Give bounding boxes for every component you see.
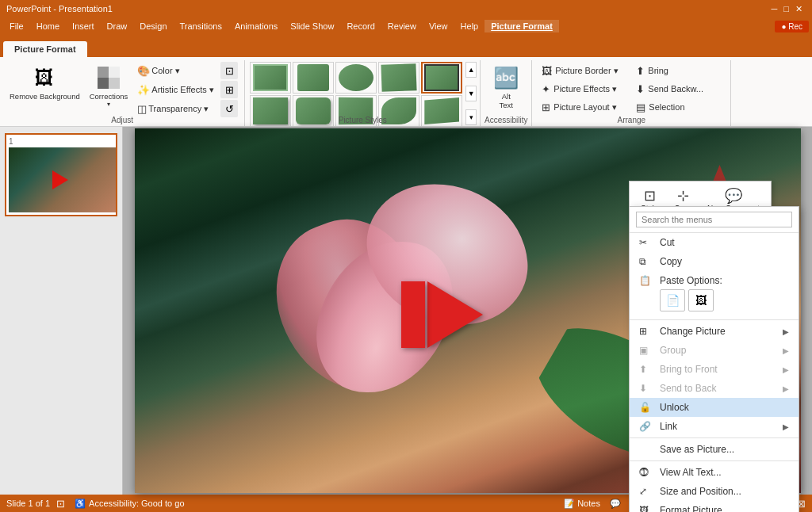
alt-text-button[interactable]: 🔤 AltText <box>487 60 525 113</box>
format-icon: 🖼 <box>639 505 653 512</box>
bring-arrow: ▶ <box>783 365 789 374</box>
menu-transitions[interactable]: Transitions <box>174 20 228 32</box>
artistic-effects-button[interactable]: ✨ Artistic Effects ▾ <box>134 81 217 98</box>
alt-text-icon: ⓵ <box>639 467 653 478</box>
ribbon-group-accessibility: 🔤 AltText Accessibility <box>481 60 532 126</box>
paste-options-row: 📄 🖼 <box>630 288 799 318</box>
picture-border-button[interactable]: 🖼 Picture Border ▾ <box>538 62 630 79</box>
ctx-bring-to-front[interactable]: ⬆ Bring to Front ▶ <box>630 360 799 379</box>
gallery-scroll-down[interactable]: ▼ <box>465 86 477 101</box>
size-icon: ⤢ <box>639 486 653 497</box>
picture-style-2[interactable] <box>293 62 334 94</box>
paste-option-2[interactable]: 🖼 <box>688 289 714 311</box>
ctx-format-picture[interactable]: 🖼 Format Picture... <box>630 501 799 512</box>
slides-panel: 1 <box>0 127 123 495</box>
svg-rect-0 <box>98 67 109 78</box>
remove-background-button[interactable]: 🖼 Remove Background <box>6 60 83 104</box>
svg-rect-2 <box>98 78 109 89</box>
ctx-link[interactable]: 🔗 Link ▶ <box>630 417 799 436</box>
ctx-separator-2 <box>630 437 799 438</box>
picture-layout-button[interactable]: ⊞ Picture Layout ▾ <box>538 98 630 116</box>
menu-home[interactable]: Home <box>30 20 66 32</box>
ctx-group[interactable]: ▣ Group ▶ <box>630 341 799 360</box>
ctx-cut[interactable]: ✂ Cut <box>630 233 799 252</box>
menu-slideshow[interactable]: Slide Show <box>284 20 340 32</box>
send-backward-button[interactable]: ⬇ Send Backw... <box>633 80 724 97</box>
cut-icon: ✂ <box>639 237 653 248</box>
slide-thumbnail-1[interactable]: 1 <box>5 133 117 216</box>
transparency-button[interactable]: ◫ Transparency ▾ <box>134 100 217 117</box>
outline-view-icon[interactable]: ⊡ <box>56 498 65 510</box>
comments-button[interactable]: 💬 <box>610 499 621 509</box>
color-button[interactable]: 🎨 Color ▾ <box>134 62 217 79</box>
bring-forward-button[interactable]: ⬆ Bring <box>633 62 724 79</box>
title-bar: PowerPoint - Presentation1 ─ □ ✕ <box>0 0 812 17</box>
window-close[interactable]: ✕ <box>795 4 802 14</box>
comments-icon: 💬 <box>610 499 621 509</box>
ctx-unlock[interactable]: 🔓 Unlock <box>630 398 799 417</box>
link-arrow: ▶ <box>783 422 789 431</box>
main-area: 1 <box>0 127 812 495</box>
slide-canvas-area: ⊡ Style ⊹ Crop 💬 New Comment ✂ Cut <box>123 127 812 495</box>
ctx-size-position[interactable]: ⤢ Size and Position... <box>630 482 799 501</box>
ctx-separator-1 <box>630 319 799 320</box>
notes-button[interactable]: 📝 Notes <box>564 499 600 509</box>
group-icon: ▣ <box>639 345 653 356</box>
picture-style-4[interactable] <box>378 62 419 94</box>
menu-draw[interactable]: Draw <box>101 20 134 32</box>
window-maximize[interactable]: □ <box>783 4 789 13</box>
menu-help[interactable]: Help <box>454 20 485 32</box>
menu-picture-format[interactable]: Picture Format <box>485 20 559 32</box>
ctx-paste-header: 📋 Paste Options: <box>630 271 799 288</box>
window-minimize[interactable]: ─ <box>772 4 778 13</box>
picture-style-5[interactable] <box>421 62 462 94</box>
menu-design[interactable]: Design <box>133 20 173 32</box>
ribbon-body: 🖼 Remove Background Corrections ▾ 🎨 Colo… <box>0 57 812 127</box>
ribbon-group-arrange: 🖼 Picture Border ▾ ✦ Picture Effects ▾ ⊞… <box>532 60 731 126</box>
link-icon: 🔗 <box>639 421 653 432</box>
picture-effects-button[interactable]: ✦ Picture Effects ▾ <box>538 80 630 97</box>
svg-rect-3 <box>109 78 120 89</box>
ctx-separator-3 <box>630 460 799 461</box>
corrections-button[interactable]: Corrections ▾ <box>86 60 132 111</box>
menu-view[interactable]: View <box>423 20 454 32</box>
menu-record[interactable]: Record <box>340 20 381 32</box>
accessibility-group-label: Accessibility <box>481 116 531 124</box>
send-back-arrow: ▶ <box>783 384 789 393</box>
ctx-send-to-back[interactable]: ⬇ Send to Back ▶ <box>630 379 799 398</box>
picture-style-3[interactable] <box>335 62 377 94</box>
arrange-group-label: Arrange <box>532 116 730 124</box>
selection-pane-button[interactable]: ▤ Selection <box>633 98 724 116</box>
ctx-search-input[interactable] <box>636 212 792 227</box>
reset-picture-button[interactable]: ↺ <box>220 100 238 117</box>
paste-icon: 📋 <box>639 275 653 286</box>
compress-pictures-button[interactable]: ⊡ <box>220 62 238 79</box>
menu-insert[interactable]: Insert <box>66 20 101 32</box>
menu-file[interactable]: File <box>3 20 30 32</box>
ctx-view-alt-text[interactable]: ⓵ View Alt Text... <box>630 463 799 482</box>
app-title: PowerPoint - Presentation1 <box>6 4 113 13</box>
ctx-change-picture[interactable]: ⊞ Change Picture ▶ <box>630 322 799 341</box>
tab-picture-format[interactable]: Picture Format <box>3 41 87 57</box>
picture-style-1[interactable] <box>250 62 291 94</box>
copy-icon: ⧉ <box>639 256 653 267</box>
paste-option-1[interactable]: 📄 <box>660 289 685 311</box>
menu-review[interactable]: Review <box>381 20 423 32</box>
ctx-search-container <box>630 207 799 233</box>
menu-animations[interactable]: Animations <box>228 20 284 32</box>
change-picture-button[interactable]: ⊞ <box>220 81 238 98</box>
slide-info: Slide 1 of 1 <box>6 499 50 508</box>
recording-indicator: ● Rec <box>775 21 809 32</box>
group-arrow: ▶ <box>783 346 789 355</box>
notes-icon: 📝 <box>564 499 575 509</box>
menu-bar: File Home Insert Draw Design Transitions… <box>0 17 812 35</box>
ctx-save-as-picture[interactable]: Save as Picture... <box>630 440 799 459</box>
picture-styles-group-label: Picture Styles <box>245 116 480 124</box>
accessibility-status[interactable]: ♿ Accessibility: Good to go <box>75 499 184 509</box>
ctx-copy[interactable]: ⧉ Copy <box>630 252 799 271</box>
svg-rect-1 <box>109 67 120 78</box>
ribbon-group-picture-styles: ▲ ▼ ▾ Picture Styles <box>245 60 481 126</box>
red-arrow <box>427 281 483 348</box>
gallery-scroll-up[interactable]: ▲ <box>465 62 477 78</box>
accessibility-icon: ♿ <box>75 499 86 509</box>
